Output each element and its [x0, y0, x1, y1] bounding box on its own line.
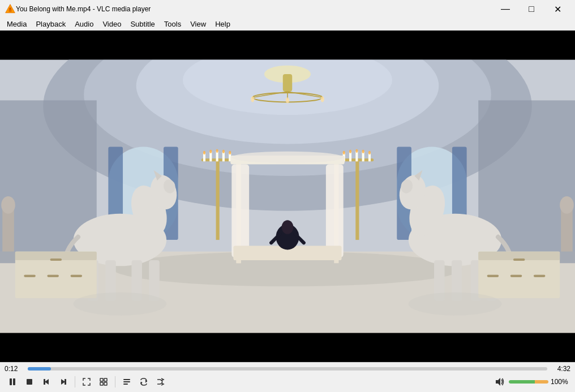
volume-area: 100% [493, 375, 570, 389]
svg-point-43 [343, 151, 345, 154]
svg-rect-84 [50, 259, 62, 261]
svg-point-61 [282, 220, 294, 234]
svg-rect-87 [71, 275, 83, 277]
svg-rect-108 [65, 379, 66, 385]
random-button[interactable] [153, 375, 169, 389]
svg-point-31 [203, 151, 205, 154]
menubar: Media Playback Audio Video Subtitle Tool… [0, 18, 575, 31]
time-total: 4:32 [551, 365, 570, 373]
svg-rect-2 [9, 8, 11, 10]
menu-tools[interactable]: Tools [160, 19, 186, 29]
svg-rect-56 [231, 164, 249, 257]
svg-rect-91 [487, 275, 499, 277]
volume-green-fill [509, 380, 535, 384]
svg-marker-107 [61, 379, 65, 385]
svg-point-17 [286, 97, 289, 103]
svg-point-15 [251, 96, 254, 102]
maximize-button[interactable]: □ [518, 0, 544, 18]
mute-button[interactable] [493, 375, 507, 389]
fullscreen-button[interactable] [79, 375, 95, 389]
progress-filled [28, 367, 51, 371]
svg-point-47 [355, 149, 358, 153]
svg-rect-92 [510, 275, 522, 277]
window-controls: — □ ✕ [492, 0, 570, 18]
vlc-logo-icon [5, 3, 16, 15]
volume-label: 100% [551, 378, 570, 386]
loop-button[interactable] [136, 375, 152, 389]
menu-media[interactable]: Media [2, 19, 31, 29]
svg-point-58 [231, 152, 343, 163]
next-button[interactable] [55, 375, 71, 389]
buttons-row: 100% [0, 374, 575, 392]
svg-point-95 [409, 292, 501, 316]
svg-rect-86 [47, 275, 59, 277]
svg-rect-28 [216, 158, 220, 240]
volume-yellow-fill [535, 380, 548, 384]
svg-rect-103 [13, 378, 15, 385]
extended-settings-button[interactable] [96, 375, 111, 389]
time-current: 0:12 [5, 365, 24, 373]
volume-bar[interactable] [509, 380, 548, 384]
video-area[interactable] [0, 31, 575, 362]
svg-rect-40 [355, 158, 359, 240]
svg-rect-113 [123, 379, 130, 380]
svg-rect-111 [100, 382, 103, 385]
svg-rect-90 [513, 259, 525, 261]
menu-playback[interactable]: Playback [31, 19, 70, 29]
progress-bar[interactable] [28, 367, 547, 371]
separator-1 [75, 376, 75, 387]
menu-audio[interactable]: Audio [70, 19, 98, 29]
svg-marker-116 [496, 378, 500, 386]
svg-rect-115 [123, 384, 128, 385]
svg-point-16 [321, 96, 324, 102]
timeline-row: 0:12 4:32 [0, 363, 575, 374]
svg-rect-112 [104, 382, 107, 385]
menu-help[interactable]: Help [211, 19, 235, 29]
svg-rect-57 [326, 164, 344, 257]
svg-rect-102 [10, 378, 12, 385]
svg-rect-10 [283, 74, 292, 92]
svg-marker-105 [45, 379, 49, 385]
previous-button[interactable] [38, 375, 54, 389]
svg-rect-106 [44, 379, 45, 385]
svg-point-97 [1, 196, 15, 214]
svg-rect-114 [123, 381, 130, 382]
svg-point-33 [209, 150, 212, 153]
menu-subtitle[interactable]: Subtitle [126, 19, 159, 29]
svg-point-99 [560, 196, 574, 214]
svg-rect-110 [104, 378, 107, 381]
close-button[interactable]: ✕ [544, 0, 570, 18]
menu-video[interactable]: Video [98, 19, 126, 29]
svg-rect-104 [27, 379, 32, 385]
video-content [0, 31, 575, 362]
svg-rect-109 [100, 378, 103, 381]
window-title: You Belong with Me.mp4 - VLC media playe… [16, 5, 492, 13]
svg-point-51 [368, 151, 371, 154]
svg-rect-85 [24, 275, 36, 277]
pause-button[interactable] [5, 375, 20, 389]
svg-rect-101 [0, 333, 575, 362]
menu-view[interactable]: View [186, 19, 211, 29]
titlebar: You Belong with Me.mp4 - VLC media playe… [0, 0, 575, 18]
svg-rect-100 [0, 31, 575, 59]
svg-rect-72 [149, 260, 160, 301]
svg-point-49 [362, 150, 364, 153]
stop-button[interactable] [22, 375, 37, 389]
svg-point-45 [349, 150, 351, 153]
svg-rect-93 [534, 275, 546, 277]
svg-point-94 [74, 292, 166, 316]
svg-point-39 [229, 151, 231, 154]
minimize-button[interactable]: — [492, 0, 518, 18]
playlist-button[interactable] [119, 375, 135, 389]
separator-2 [115, 376, 115, 387]
controls-area: 0:12 4:32 [0, 362, 575, 392]
svg-point-35 [216, 149, 218, 153]
svg-point-37 [222, 150, 225, 153]
